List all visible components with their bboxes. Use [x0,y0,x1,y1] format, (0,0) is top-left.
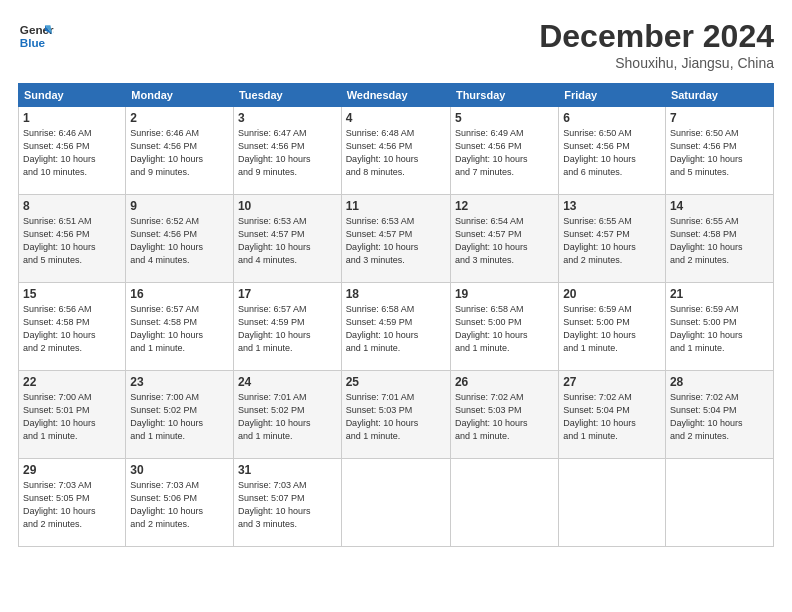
day-info: Sunrise: 6:51 AM Sunset: 4:56 PM Dayligh… [23,215,121,267]
day-number: 12 [455,199,554,213]
day-info: Sunrise: 7:01 AM Sunset: 5:02 PM Dayligh… [238,391,337,443]
cell-w4-d5: 26Sunrise: 7:02 AM Sunset: 5:03 PM Dayli… [450,371,558,459]
day-info: Sunrise: 7:03 AM Sunset: 5:06 PM Dayligh… [130,479,229,531]
day-number: 31 [238,463,337,477]
cell-w1-d4: 4Sunrise: 6:48 AM Sunset: 4:56 PM Daylig… [341,107,450,195]
cell-w3-d1: 15Sunrise: 6:56 AM Sunset: 4:58 PM Dayli… [19,283,126,371]
day-info: Sunrise: 6:48 AM Sunset: 4:56 PM Dayligh… [346,127,446,179]
cell-w4-d6: 27Sunrise: 7:02 AM Sunset: 5:04 PM Dayli… [559,371,666,459]
day-number: 24 [238,375,337,389]
cell-w4-d3: 24Sunrise: 7:01 AM Sunset: 5:02 PM Dayli… [233,371,341,459]
day-number: 10 [238,199,337,213]
week-row-4: 22Sunrise: 7:00 AM Sunset: 5:01 PM Dayli… [19,371,774,459]
header-friday: Friday [559,84,666,107]
day-info: Sunrise: 7:00 AM Sunset: 5:01 PM Dayligh… [23,391,121,443]
day-info: Sunrise: 7:02 AM Sunset: 5:03 PM Dayligh… [455,391,554,443]
week-row-3: 15Sunrise: 6:56 AM Sunset: 4:58 PM Dayli… [19,283,774,371]
day-number: 8 [23,199,121,213]
day-number: 11 [346,199,446,213]
cell-w5-d7 [665,459,773,547]
day-info: Sunrise: 6:54 AM Sunset: 4:57 PM Dayligh… [455,215,554,267]
day-number: 25 [346,375,446,389]
day-info: Sunrise: 7:03 AM Sunset: 5:07 PM Dayligh… [238,479,337,531]
cell-w1-d3: 3Sunrise: 6:47 AM Sunset: 4:56 PM Daylig… [233,107,341,195]
cell-w5-d4 [341,459,450,547]
cell-w1-d6: 6Sunrise: 6:50 AM Sunset: 4:56 PM Daylig… [559,107,666,195]
cell-w2-d2: 9Sunrise: 6:52 AM Sunset: 4:56 PM Daylig… [126,195,234,283]
day-info: Sunrise: 6:59 AM Sunset: 5:00 PM Dayligh… [563,303,661,355]
day-info: Sunrise: 6:49 AM Sunset: 4:56 PM Dayligh… [455,127,554,179]
day-info: Sunrise: 7:02 AM Sunset: 5:04 PM Dayligh… [670,391,769,443]
cell-w3-d5: 19Sunrise: 6:58 AM Sunset: 5:00 PM Dayli… [450,283,558,371]
month-title: December 2024 [539,18,774,55]
header-monday: Monday [126,84,234,107]
day-number: 28 [670,375,769,389]
cell-w5-d3: 31Sunrise: 7:03 AM Sunset: 5:07 PM Dayli… [233,459,341,547]
day-headers: Sunday Monday Tuesday Wednesday Thursday… [19,84,774,107]
day-info: Sunrise: 6:56 AM Sunset: 4:58 PM Dayligh… [23,303,121,355]
location: Shouxihu, Jiangsu, China [539,55,774,71]
day-info: Sunrise: 6:55 AM Sunset: 4:57 PM Dayligh… [563,215,661,267]
day-info: Sunrise: 6:57 AM Sunset: 4:58 PM Dayligh… [130,303,229,355]
cell-w3-d7: 21Sunrise: 6:59 AM Sunset: 5:00 PM Dayli… [665,283,773,371]
day-info: Sunrise: 6:47 AM Sunset: 4:56 PM Dayligh… [238,127,337,179]
day-number: 29 [23,463,121,477]
calendar-table: Sunday Monday Tuesday Wednesday Thursday… [18,83,774,547]
cell-w1-d1: 1Sunrise: 6:46 AM Sunset: 4:56 PM Daylig… [19,107,126,195]
day-number: 23 [130,375,229,389]
day-number: 1 [23,111,121,125]
day-info: Sunrise: 6:55 AM Sunset: 4:58 PM Dayligh… [670,215,769,267]
day-number: 30 [130,463,229,477]
day-number: 6 [563,111,661,125]
cell-w3-d2: 16Sunrise: 6:57 AM Sunset: 4:58 PM Dayli… [126,283,234,371]
day-info: Sunrise: 7:02 AM Sunset: 5:04 PM Dayligh… [563,391,661,443]
day-info: Sunrise: 7:03 AM Sunset: 5:05 PM Dayligh… [23,479,121,531]
day-number: 20 [563,287,661,301]
day-number: 17 [238,287,337,301]
day-number: 18 [346,287,446,301]
header-tuesday: Tuesday [233,84,341,107]
title-block: December 2024 Shouxihu, Jiangsu, China [539,18,774,71]
cell-w1-d2: 2Sunrise: 6:46 AM Sunset: 4:56 PM Daylig… [126,107,234,195]
header-sunday: Sunday [19,84,126,107]
cell-w2-d1: 8Sunrise: 6:51 AM Sunset: 4:56 PM Daylig… [19,195,126,283]
cell-w2-d3: 10Sunrise: 6:53 AM Sunset: 4:57 PM Dayli… [233,195,341,283]
day-info: Sunrise: 7:00 AM Sunset: 5:02 PM Dayligh… [130,391,229,443]
day-number: 9 [130,199,229,213]
day-number: 13 [563,199,661,213]
calendar-page: General Blue December 2024 Shouxihu, Jia… [0,0,792,557]
cell-w2-d6: 13Sunrise: 6:55 AM Sunset: 4:57 PM Dayli… [559,195,666,283]
cell-w5-d2: 30Sunrise: 7:03 AM Sunset: 5:06 PM Dayli… [126,459,234,547]
week-row-2: 8Sunrise: 6:51 AM Sunset: 4:56 PM Daylig… [19,195,774,283]
header-wednesday: Wednesday [341,84,450,107]
day-number: 3 [238,111,337,125]
cell-w3-d6: 20Sunrise: 6:59 AM Sunset: 5:00 PM Dayli… [559,283,666,371]
logo: General Blue [18,18,54,54]
day-number: 2 [130,111,229,125]
week-row-1: 1Sunrise: 6:46 AM Sunset: 4:56 PM Daylig… [19,107,774,195]
day-info: Sunrise: 6:46 AM Sunset: 4:56 PM Dayligh… [130,127,229,179]
day-info: Sunrise: 6:58 AM Sunset: 5:00 PM Dayligh… [455,303,554,355]
cell-w5-d5 [450,459,558,547]
day-number: 27 [563,375,661,389]
week-row-5: 29Sunrise: 7:03 AM Sunset: 5:05 PM Dayli… [19,459,774,547]
cell-w5-d6 [559,459,666,547]
day-number: 15 [23,287,121,301]
day-info: Sunrise: 6:57 AM Sunset: 4:59 PM Dayligh… [238,303,337,355]
day-info: Sunrise: 6:58 AM Sunset: 4:59 PM Dayligh… [346,303,446,355]
cell-w2-d4: 11Sunrise: 6:53 AM Sunset: 4:57 PM Dayli… [341,195,450,283]
logo-icon: General Blue [18,18,54,54]
cell-w4-d7: 28Sunrise: 7:02 AM Sunset: 5:04 PM Dayli… [665,371,773,459]
cell-w4-d4: 25Sunrise: 7:01 AM Sunset: 5:03 PM Dayli… [341,371,450,459]
day-number: 19 [455,287,554,301]
day-number: 22 [23,375,121,389]
day-number: 5 [455,111,554,125]
day-number: 14 [670,199,769,213]
day-info: Sunrise: 6:46 AM Sunset: 4:56 PM Dayligh… [23,127,121,179]
cell-w4-d1: 22Sunrise: 7:00 AM Sunset: 5:01 PM Dayli… [19,371,126,459]
day-info: Sunrise: 6:50 AM Sunset: 4:56 PM Dayligh… [563,127,661,179]
cell-w3-d3: 17Sunrise: 6:57 AM Sunset: 4:59 PM Dayli… [233,283,341,371]
day-info: Sunrise: 6:53 AM Sunset: 4:57 PM Dayligh… [346,215,446,267]
header-thursday: Thursday [450,84,558,107]
day-info: Sunrise: 6:50 AM Sunset: 4:56 PM Dayligh… [670,127,769,179]
